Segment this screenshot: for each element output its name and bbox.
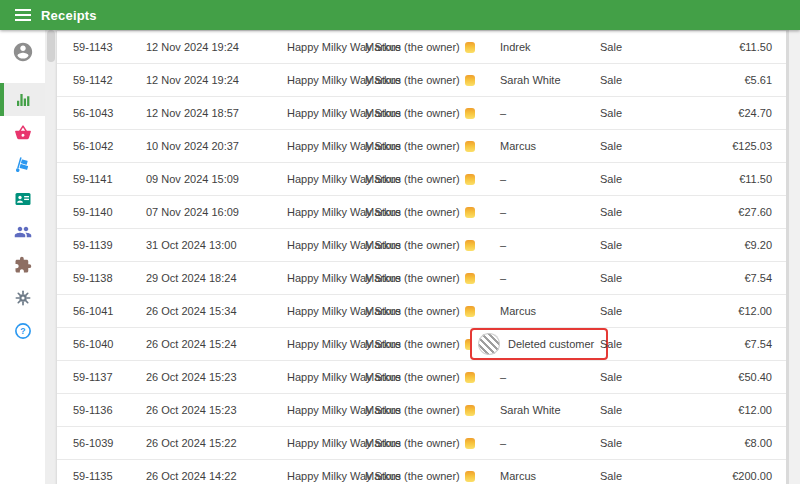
sidebar-item-customers[interactable]	[0, 215, 45, 248]
employee-emoji-icon	[465, 108, 475, 119]
sidebar-item-account[interactable]	[0, 32, 45, 72]
customer-name: –	[500, 371, 506, 383]
customer-cell: Marcus	[500, 470, 593, 482]
table-row[interactable]: 59-1142 12 Nov 2024 19:24 Happy Milky Wa…	[57, 64, 786, 97]
table-row[interactable]: 59-1137 26 Oct 2024 15:23 Happy Milky Wa…	[57, 361, 786, 394]
employee-emoji-icon	[465, 207, 475, 218]
receipt-type: Sale	[593, 140, 700, 152]
employee-name: Markus (the owner)	[365, 206, 460, 218]
deleted-customer-label: Deleted customer	[508, 338, 594, 350]
receipt-number: 56-1039	[73, 437, 146, 449]
customer-cell: Indrek	[500, 41, 593, 53]
employee-cell: Markus (the owner)	[365, 239, 500, 251]
sidebar-nav: ?	[0, 83, 45, 347]
employee-emoji-icon	[465, 471, 475, 482]
vertical-scrollbar[interactable]	[786, 30, 800, 484]
receipt-number: 59-1142	[73, 74, 146, 86]
employee-emoji-icon	[465, 141, 475, 152]
receipt-type: Sale	[593, 338, 700, 350]
customer-name: –	[500, 173, 506, 185]
receipt-number: 59-1136	[73, 404, 146, 416]
customer-cell: Deleted customer Deleted customer	[500, 328, 593, 360]
receipt-date: 12 Nov 2024 18:57	[146, 107, 287, 119]
receipt-number: 56-1040	[73, 338, 146, 350]
receipt-amount: €12.00	[700, 404, 772, 416]
id-card-icon	[14, 190, 32, 208]
receipt-date: 26 Oct 2024 15:23	[146, 371, 287, 383]
customer-name: –	[500, 206, 506, 218]
puzzle-icon	[14, 256, 32, 274]
table-row[interactable]: 59-1141 09 Nov 2024 15:09 Happy Milky Wa…	[57, 163, 786, 196]
content-area: 59-1143 12 Nov 2024 19:24 Happy Milky Wa…	[45, 30, 800, 484]
people-icon	[14, 223, 32, 241]
sidebar-item-help[interactable]: ?	[0, 314, 45, 347]
help-circle-icon: ?	[14, 322, 32, 340]
store-name: Happy Milky Way Store	[287, 41, 365, 53]
employee-emoji-icon	[465, 372, 475, 383]
store-name: Happy Milky Way Store	[287, 206, 365, 218]
store-name: Happy Milky Way Store	[287, 74, 365, 86]
hatched-avatar-icon	[478, 333, 500, 355]
table-row[interactable]: 59-1143 12 Nov 2024 19:24 Happy Milky Wa…	[57, 31, 786, 64]
receipts-table: 59-1143 12 Nov 2024 19:24 Happy Milky Wa…	[57, 30, 786, 484]
table-row[interactable]: 56-1041 26 Oct 2024 15:34 Happy Milky Wa…	[57, 295, 786, 328]
table-row[interactable]: 59-1140 07 Nov 2024 16:09 Happy Milky Wa…	[57, 196, 786, 229]
receipt-type: Sale	[593, 239, 700, 251]
table-row[interactable]: 56-1040 26 Oct 2024 15:24 Happy Milky Wa…	[57, 328, 786, 361]
gear-icon	[14, 289, 32, 307]
receipt-type: Sale	[593, 173, 700, 185]
sidebar-item-items[interactable]	[0, 116, 45, 149]
receipt-number: 59-1143	[73, 41, 146, 53]
receipt-date: 07 Nov 2024 16:09	[146, 206, 287, 218]
receipt-amount: €27.60	[700, 206, 772, 218]
receipt-type: Sale	[593, 41, 700, 53]
employee-name: Markus (the owner)	[365, 371, 460, 383]
customer-cell: Marcus	[500, 305, 593, 317]
employee-name: Markus (the owner)	[365, 305, 460, 317]
receipt-number: 56-1043	[73, 107, 146, 119]
left-scroll-gutter[interactable]	[45, 30, 57, 484]
receipt-amount: €50.40	[700, 371, 772, 383]
customer-name: Marcus	[500, 305, 536, 317]
receipt-date: 26 Oct 2024 15:23	[146, 404, 287, 416]
scrollbar-thumb[interactable]	[47, 30, 55, 62]
table-row[interactable]: 56-1042 10 Nov 2024 20:37 Happy Milky Wa…	[57, 130, 786, 163]
receipt-date: 26 Oct 2024 15:22	[146, 437, 287, 449]
table-row[interactable]: 59-1135 26 Oct 2024 14:22 Happy Milky Wa…	[57, 460, 786, 484]
menu-button[interactable]	[0, 0, 45, 30]
table-row[interactable]: 56-1043 12 Nov 2024 18:57 Happy Milky Wa…	[57, 97, 786, 130]
sidebar-item-settings[interactable]	[0, 281, 45, 314]
receipt-date: 26 Oct 2024 15:24	[146, 338, 287, 350]
table-row[interactable]: 56-1039 26 Oct 2024 15:22 Happy Milky Wa…	[57, 427, 786, 460]
employee-name: Markus (the owner)	[365, 338, 460, 350]
customer-name: Indrek	[500, 41, 531, 53]
receipt-type: Sale	[593, 206, 700, 218]
customer-name: Marcus	[500, 470, 536, 482]
sidebar-item-employees[interactable]	[0, 182, 45, 215]
sidebar-item-integrations[interactable]	[0, 248, 45, 281]
sidebar-item-inventory[interactable]	[0, 149, 45, 182]
store-name: Happy Milky Way Store	[287, 239, 365, 251]
receipt-date: 26 Oct 2024 15:34	[146, 305, 287, 317]
employee-name: Markus (the owner)	[365, 272, 460, 284]
sidebar-item-reports[interactable]	[0, 83, 45, 116]
employee-emoji-icon	[465, 306, 475, 317]
receipt-amount: €125.03	[700, 140, 772, 152]
table-row[interactable]: 59-1139 31 Oct 2024 13:00 Happy Milky Wa…	[57, 229, 786, 262]
customer-name: Marcus	[500, 140, 536, 152]
customer-name: Sarah White	[500, 404, 561, 416]
svg-text:?: ?	[20, 326, 25, 336]
employee-cell: Markus (the owner)	[365, 272, 500, 284]
employee-name: Markus (the owner)	[365, 107, 460, 119]
receipt-date: 26 Oct 2024 14:22	[146, 470, 287, 482]
app-header: Receipts	[0, 0, 800, 30]
receipt-amount: €24.70	[700, 107, 772, 119]
employee-name: Markus (the owner)	[365, 239, 460, 251]
hand-truck-icon	[14, 157, 32, 175]
employee-emoji-icon	[465, 42, 475, 53]
table-row[interactable]: 59-1138 29 Oct 2024 18:24 Happy Milky Wa…	[57, 262, 786, 295]
customer-name: –	[500, 437, 506, 449]
receipt-type: Sale	[593, 437, 700, 449]
table-row[interactable]: 59-1136 26 Oct 2024 15:23 Happy Milky Wa…	[57, 394, 786, 427]
employee-emoji-icon	[465, 174, 475, 185]
